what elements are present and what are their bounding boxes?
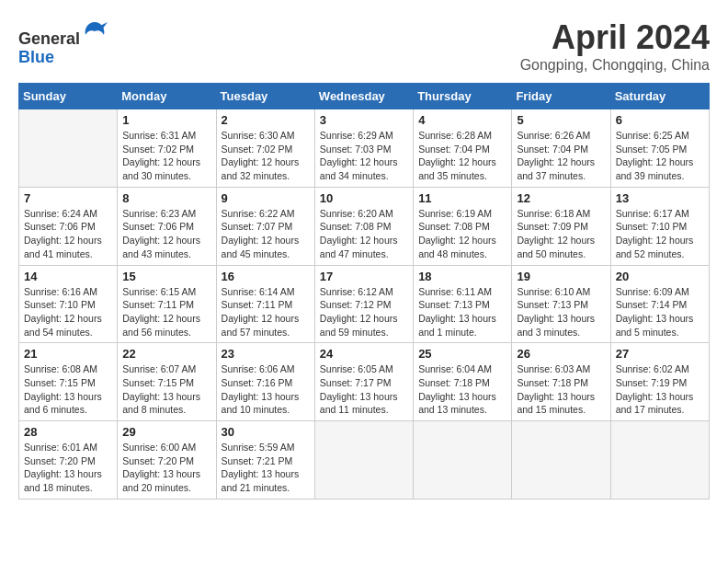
day-number: 14 (24, 270, 112, 283)
day-info: Sunrise: 6:31 AMSunset: 7:02 PMDaylight:… (122, 129, 210, 183)
day-number: 25 (418, 347, 506, 361)
day-number: 27 (616, 347, 704, 361)
calendar-cell: 15Sunrise: 6:15 AMSunset: 7:11 PMDayligh… (118, 265, 216, 343)
day-info: Sunrise: 6:09 AMSunset: 7:14 PMDaylight:… (616, 285, 704, 339)
day-number: 7 (24, 191, 112, 205)
day-info: Sunrise: 6:07 AMSunset: 7:15 PMDaylight:… (122, 362, 210, 417)
weekday-header-monday: Monday (118, 84, 216, 109)
day-number: 10 (320, 191, 408, 205)
day-number: 22 (122, 347, 210, 361)
calendar-header-row: SundayMondayTuesdayWednesdayThursdayFrid… (19, 84, 710, 109)
day-info: Sunrise: 6:23 AMSunset: 7:06 PMDaylight:… (122, 207, 210, 261)
calendar-cell: 30Sunrise: 5:59 AMSunset: 7:21 PMDayligh… (216, 421, 314, 500)
day-number: 1 (122, 113, 210, 127)
calendar-cell: 24Sunrise: 6:05 AMSunset: 7:17 PMDayligh… (314, 343, 413, 421)
day-info: Sunrise: 6:22 AMSunset: 7:07 PMDaylight:… (222, 207, 310, 261)
day-number: 13 (616, 191, 704, 205)
day-number: 4 (418, 113, 506, 127)
calendar-cell: 4Sunrise: 6:28 AMSunset: 7:04 PMDaylight… (414, 109, 512, 188)
day-number: 6 (616, 113, 704, 127)
page-header: General Blue April 2024 Gongping, Chongq… (18, 18, 710, 74)
day-info: Sunrise: 6:10 AMSunset: 7:13 PMDaylight:… (517, 285, 605, 339)
day-info: Sunrise: 6:19 AMSunset: 7:08 PMDaylight:… (418, 207, 506, 261)
day-number: 17 (320, 270, 408, 283)
day-number: 15 (122, 270, 210, 283)
day-info: Sunrise: 6:15 AMSunset: 7:11 PMDaylight:… (122, 285, 210, 339)
calendar-cell (19, 109, 118, 188)
logo-blue: Blue (18, 48, 54, 66)
weekday-header-tuesday: Tuesday (216, 84, 314, 109)
calendar-cell: 11Sunrise: 6:19 AMSunset: 7:08 PMDayligh… (414, 187, 512, 265)
calendar-week-row: 21Sunrise: 6:08 AMSunset: 7:15 PMDayligh… (19, 343, 710, 421)
calendar-table: SundayMondayTuesdayWednesdayThursdayFrid… (18, 83, 710, 500)
weekday-header-sunday: Sunday (19, 84, 118, 109)
day-number: 19 (517, 270, 605, 283)
day-info: Sunrise: 6:25 AMSunset: 7:05 PMDaylight:… (616, 129, 704, 183)
day-number: 9 (222, 191, 310, 205)
day-number: 11 (418, 191, 506, 205)
day-info: Sunrise: 6:17 AMSunset: 7:10 PMDaylight:… (616, 207, 704, 261)
logo-general: General (18, 29, 80, 48)
calendar-week-row: 7Sunrise: 6:24 AMSunset: 7:06 PMDaylight… (19, 187, 710, 265)
weekday-header-friday: Friday (512, 84, 610, 109)
calendar-cell: 26Sunrise: 6:03 AMSunset: 7:18 PMDayligh… (512, 343, 610, 421)
calendar-cell (314, 421, 413, 500)
calendar-cell: 21Sunrise: 6:08 AMSunset: 7:15 PMDayligh… (19, 343, 118, 421)
calendar-cell: 8Sunrise: 6:23 AMSunset: 7:06 PMDaylight… (118, 187, 216, 265)
day-number: 26 (517, 347, 605, 361)
calendar-cell: 10Sunrise: 6:20 AMSunset: 7:08 PMDayligh… (314, 187, 413, 265)
calendar-cell: 12Sunrise: 6:18 AMSunset: 7:09 PMDayligh… (512, 187, 610, 265)
day-info: Sunrise: 6:06 AMSunset: 7:16 PMDaylight:… (222, 362, 310, 417)
calendar-cell: 7Sunrise: 6:24 AMSunset: 7:06 PMDaylight… (19, 187, 118, 265)
calendar-cell: 23Sunrise: 6:06 AMSunset: 7:16 PMDayligh… (216, 343, 314, 421)
day-number: 12 (517, 191, 605, 205)
day-info: Sunrise: 6:11 AMSunset: 7:13 PMDaylight:… (418, 285, 506, 339)
location-subtitle: Gongping, Chongqing, China (520, 57, 710, 74)
day-number: 28 (24, 425, 112, 439)
day-info: Sunrise: 6:14 AMSunset: 7:11 PMDaylight:… (222, 285, 310, 339)
month-title: April 2024 (520, 18, 710, 57)
calendar-cell (610, 421, 709, 500)
day-info: Sunrise: 6:24 AMSunset: 7:06 PMDaylight:… (24, 207, 112, 261)
day-number: 5 (517, 113, 605, 127)
day-info: Sunrise: 6:01 AMSunset: 7:20 PMDaylight:… (24, 441, 112, 495)
calendar-cell: 20Sunrise: 6:09 AMSunset: 7:14 PMDayligh… (610, 265, 709, 343)
logo: General Blue (18, 18, 108, 67)
calendar-cell: 3Sunrise: 6:29 AMSunset: 7:03 PMDaylight… (314, 109, 413, 188)
calendar-week-row: 28Sunrise: 6:01 AMSunset: 7:20 PMDayligh… (19, 421, 710, 500)
day-info: Sunrise: 6:02 AMSunset: 7:19 PMDaylight:… (616, 362, 704, 417)
day-number: 24 (320, 347, 408, 361)
day-number: 20 (616, 270, 704, 283)
day-info: Sunrise: 6:30 AMSunset: 7:02 PMDaylight:… (222, 129, 310, 183)
weekday-header-wednesday: Wednesday (314, 84, 413, 109)
title-block: April 2024 Gongping, Chongqing, China (520, 18, 710, 74)
day-number: 2 (222, 113, 310, 127)
day-number: 8 (122, 191, 210, 205)
weekday-header-saturday: Saturday (610, 84, 709, 109)
calendar-cell: 22Sunrise: 6:07 AMSunset: 7:15 PMDayligh… (118, 343, 216, 421)
calendar-cell: 18Sunrise: 6:11 AMSunset: 7:13 PMDayligh… (414, 265, 512, 343)
day-number: 18 (418, 270, 506, 283)
calendar-cell: 28Sunrise: 6:01 AMSunset: 7:20 PMDayligh… (19, 421, 118, 500)
day-info: Sunrise: 6:26 AMSunset: 7:04 PMDaylight:… (517, 129, 605, 183)
calendar-week-row: 1Sunrise: 6:31 AMSunset: 7:02 PMDaylight… (19, 109, 710, 188)
calendar-cell (512, 421, 610, 500)
day-info: Sunrise: 6:18 AMSunset: 7:09 PMDaylight:… (517, 207, 605, 261)
calendar-cell: 16Sunrise: 6:14 AMSunset: 7:11 PMDayligh… (216, 265, 314, 343)
calendar-cell: 19Sunrise: 6:10 AMSunset: 7:13 PMDayligh… (512, 265, 610, 343)
day-info: Sunrise: 6:04 AMSunset: 7:18 PMDaylight:… (418, 362, 506, 417)
day-number: 21 (24, 347, 112, 361)
day-info: Sunrise: 6:29 AMSunset: 7:03 PMDaylight:… (320, 129, 408, 183)
calendar-cell: 5Sunrise: 6:26 AMSunset: 7:04 PMDaylight… (512, 109, 610, 188)
calendar-cell: 9Sunrise: 6:22 AMSunset: 7:07 PMDaylight… (216, 187, 314, 265)
logo-bird-icon (82, 18, 108, 44)
weekday-header-thursday: Thursday (414, 84, 512, 109)
day-info: Sunrise: 5:59 AMSunset: 7:21 PMDaylight:… (222, 441, 310, 495)
day-number: 3 (320, 113, 408, 127)
calendar-cell: 14Sunrise: 6:16 AMSunset: 7:10 PMDayligh… (19, 265, 118, 343)
day-info: Sunrise: 6:28 AMSunset: 7:04 PMDaylight:… (418, 129, 506, 183)
calendar-week-row: 14Sunrise: 6:16 AMSunset: 7:10 PMDayligh… (19, 265, 710, 343)
day-info: Sunrise: 6:03 AMSunset: 7:18 PMDaylight:… (517, 362, 605, 417)
calendar-cell (414, 421, 512, 500)
day-number: 30 (222, 425, 310, 439)
